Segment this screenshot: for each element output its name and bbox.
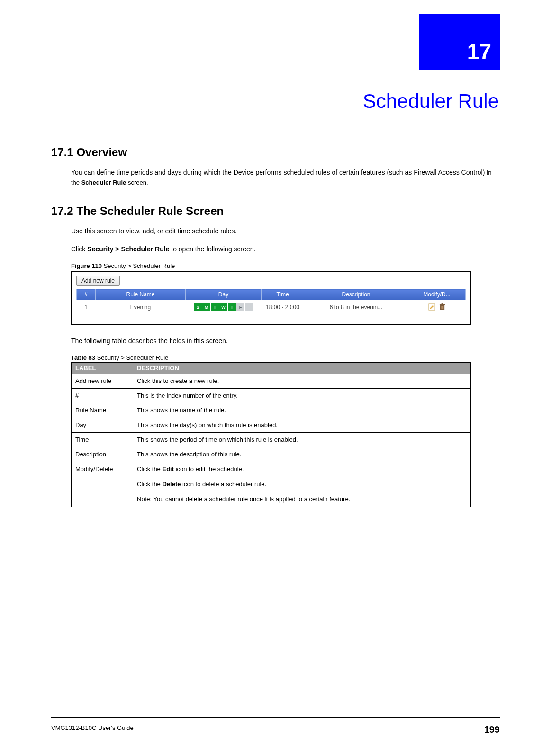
svg-rect-3 (441, 303, 443, 304)
figure-screenshot: Add new rule # Rule Name Day Time Descri… (71, 271, 471, 325)
page-title: Scheduler Rule (51, 90, 500, 113)
text-fragment: screen. (126, 179, 148, 186)
day-cell: S (194, 303, 202, 311)
day-cell: T (228, 303, 236, 311)
day-cell: T (211, 303, 219, 311)
table-caption: Security > Scheduler Rule (95, 354, 168, 361)
table-row: DayThis shows the day(s) on which this r… (72, 418, 471, 433)
desc-cell-label: Add new rule (72, 374, 133, 389)
desc-cell-label: Description (72, 447, 133, 462)
day-cell: W (219, 303, 227, 311)
table-row: Modify/DeleteClick the Edit icon to edit… (72, 462, 471, 507)
scheduler-rule-table: # Rule Name Day Time Description Modify/… (76, 289, 466, 314)
col-header-description: Description (304, 289, 408, 300)
day-cell (245, 303, 253, 311)
table-row: #This is the index number of the entry. (72, 389, 471, 403)
table-row: DescriptionThis shows the description of… (72, 447, 471, 462)
day-cells-group: SMTWTF (194, 303, 253, 311)
col-header-time: Time (262, 289, 304, 300)
desc-cell-description: This shows the period of time on which t… (133, 433, 471, 447)
desc-cell-description: Click the Edit icon to edit the schedule… (133, 462, 471, 507)
desc-cell-description: Click this to create a new rule. (133, 374, 471, 389)
desc-header-label: LABEL (72, 363, 133, 374)
desc-cell-description: This shows the name of the rule. (133, 403, 471, 418)
cell-time: 18:00 - 20:00 (262, 300, 304, 314)
col-header-day: Day (186, 289, 262, 300)
table-row: 1 Evening SMTWTF 18:00 - 20:00 6 to 8 in… (77, 300, 466, 314)
desc-cell-label: Time (72, 433, 133, 447)
text-fragment: You can define time periods and days dur… (71, 169, 487, 176)
section-17-1-heading: 17.1 Overview (51, 146, 500, 159)
desc-cell-label: Rule Name (72, 403, 133, 418)
text-fragment: to open the following screen. (169, 245, 255, 253)
footer-guide-name: VMG1312-B10C User's Guide (51, 724, 134, 735)
desc-header-description: DESCRIPTION (133, 363, 471, 374)
figure-caption: Security > Scheduler Rule (102, 262, 175, 269)
desc-cell-label: Modify/Delete (72, 462, 133, 507)
section-17-1-body: You can define time periods and days dur… (71, 168, 500, 187)
figure-number: Figure 110 (71, 262, 102, 269)
figure-label: Figure 110 Security > Scheduler Rule (71, 262, 500, 269)
page-footer: VMG1312-B10C User's Guide 199 (51, 717, 500, 735)
col-header-modify: Modify/D... (408, 289, 466, 300)
chapter-number: 17 (467, 39, 491, 64)
day-cell: F (236, 303, 244, 311)
section-17-2-intro1: Use this screen to view, add, or edit ti… (71, 226, 500, 236)
trash-icon[interactable] (439, 303, 445, 311)
section-17-2-intro2: Click Security > Scheduler Rule to open … (71, 244, 500, 254)
desc-cell-description: This is the index number of the entry. (133, 389, 471, 403)
desc-cell-label: Day (72, 418, 133, 433)
cell-num: 1 (77, 300, 96, 314)
col-header-num: # (77, 289, 96, 300)
footer-page-number: 199 (484, 724, 500, 735)
day-cell: M (202, 303, 210, 311)
edit-icon[interactable] (428, 303, 435, 311)
desc-cell-description: This shows the day(s) on which this rule… (133, 418, 471, 433)
section-17-2-heading: 17.2 The Scheduler Rule Screen (51, 205, 500, 218)
col-header-rulename: Rule Name (96, 289, 186, 300)
table-label: Table 83 Security > Scheduler Rule (71, 354, 500, 361)
cell-rulename: Evening (96, 300, 186, 314)
cell-description: 6 to 8 in the evenin... (304, 300, 408, 314)
cell-modify (408, 300, 466, 314)
table-row: Add new ruleClick this to create a new r… (72, 374, 471, 389)
text-fragment: Security > Scheduler Rule (87, 245, 169, 253)
cell-day: SMTWTF (186, 300, 262, 314)
chapter-number-box: 17 (419, 14, 500, 70)
text-fragment: Click (71, 245, 87, 253)
table-row: TimeThis shows the period of time on whi… (72, 433, 471, 447)
description-table: LABEL DESCRIPTION Add new ruleClick this… (71, 362, 471, 507)
after-figure-text: The following table describes the fields… (71, 336, 500, 346)
desc-cell-description: This shows the description of this rule. (133, 447, 471, 462)
desc-cell-label: # (72, 389, 133, 403)
table-number: Table 83 (71, 354, 95, 361)
text-fragment: Scheduler Rule (81, 179, 126, 186)
table-row: Rule NameThis shows the name of the rule… (72, 403, 471, 418)
add-new-rule-button[interactable]: Add new rule (76, 276, 120, 286)
svg-rect-2 (440, 304, 445, 305)
